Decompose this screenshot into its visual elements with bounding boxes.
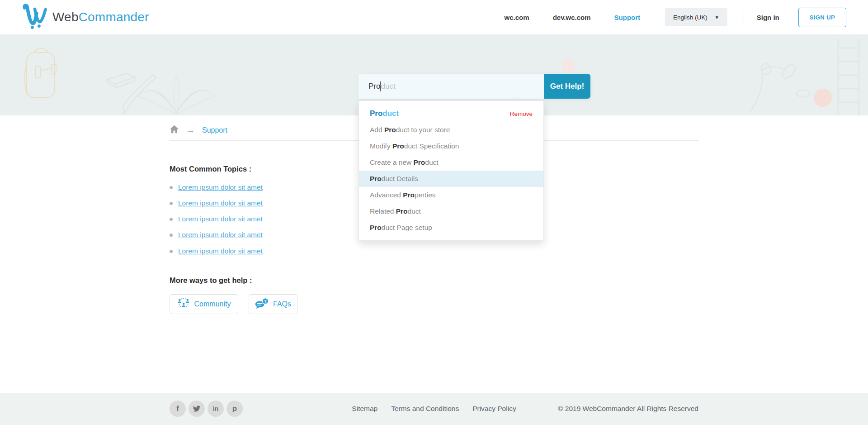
suggestion-text: Product Details: [370, 175, 418, 183]
suggestion-item-product-page-setup[interactable]: Product Page setup: [359, 220, 543, 236]
suggestion-text: duct: [382, 109, 399, 118]
suggestion-item-add-product[interactable]: Add Product to your store: [359, 122, 543, 138]
search-input-value: Pro: [368, 82, 380, 91]
footer-links: Sitemap Terms and Conditions Privacy Pol…: [352, 405, 516, 413]
backpack-doodle: [20, 44, 63, 105]
linkedin-icon[interactable]: in: [208, 401, 224, 417]
home-icon[interactable]: [170, 125, 179, 135]
suggestion-item-create-product[interactable]: Create a new Product: [359, 154, 543, 171]
suggestion-text: Product Page setup: [370, 224, 432, 232]
topic-link[interactable]: Lorem ipsum dolor sit amet: [178, 215, 263, 223]
community-button[interactable]: Community: [170, 294, 238, 314]
bullet-icon: [170, 186, 173, 189]
logo-text: WebCommander: [52, 10, 149, 24]
list-item: Lorem ipsum dolor sit amet: [170, 215, 263, 223]
sign-in-link[interactable]: Sign in: [757, 14, 779, 21]
topic-link[interactable]: Lorem ipsum dolor sit amet: [178, 199, 263, 207]
community-button-label: Community: [194, 300, 231, 308]
arrow-right-icon: →: [186, 125, 195, 135]
logo-text-secondary: Commander: [79, 10, 149, 24]
footer-link-sitemap[interactable]: Sitemap: [352, 405, 377, 413]
language-selected-value: English (UK): [673, 14, 708, 21]
topic-link[interactable]: Lorem ipsum dolor sit amet: [178, 183, 263, 191]
remove-suggestion-link[interactable]: Remove: [510, 110, 533, 117]
footer: f in p Sitemap Terms and Conditions Priv…: [0, 393, 868, 425]
faqs-button-label: FAQs: [273, 300, 291, 308]
breadcrumb: → Support: [170, 125, 227, 135]
nav-link-support[interactable]: Support: [614, 14, 641, 21]
chevron-down-icon: ▼: [715, 15, 719, 20]
pink-dot-doodle: [562, 59, 576, 73]
copyright-text: © 2019 WebCommander All Rights Reserved: [558, 405, 698, 413]
search-suggestions-dropdown: Product Remove Add Product to your store…: [359, 100, 544, 241]
red-flower-doodle: [814, 89, 832, 107]
pinterest-icon[interactable]: p: [226, 401, 243, 417]
suggestion-item-product[interactable]: Product Remove: [359, 105, 543, 122]
nav-link-dev-wc[interactable]: dev.wc.com: [553, 14, 591, 21]
suggestion-item-modify-product[interactable]: Modify Product Specification: [359, 138, 543, 154]
logo-text-primary: Web: [52, 10, 79, 24]
list-item: Lorem ipsum dolor sit amet: [170, 231, 263, 239]
header-divider: [742, 11, 742, 24]
header-nav: wc.com dev.wc.com Support English (UK) ▼…: [481, 8, 846, 27]
suggestion-text: Modify Product Specification: [370, 142, 459, 150]
pinterest-glyph: p: [232, 404, 237, 413]
facebook-glyph: f: [176, 404, 179, 413]
suggestion-text: Advanced Properties: [370, 191, 436, 199]
community-icon: [177, 298, 190, 310]
svg-text:?: ?: [264, 299, 267, 304]
logo-icon: [22, 4, 49, 31]
facebook-icon[interactable]: f: [170, 401, 186, 417]
suggestion-item-product-details[interactable]: Product Details: [359, 171, 543, 187]
faqs-button[interactable]: ? FAQs: [249, 294, 297, 314]
footer-link-terms[interactable]: Terms and Conditions: [391, 405, 459, 413]
bullet-icon: [170, 234, 173, 237]
suggestion-text: Related Product: [370, 207, 421, 215]
sign-up-button[interactable]: SIGN UP: [798, 8, 846, 27]
swirl-plant-doodle: [741, 43, 814, 115]
suggestion-item-advanced-properties[interactable]: Advanced Properties: [359, 187, 543, 203]
search-row: Pro duct Get Help!: [359, 74, 590, 99]
breadcrumb-current-support[interactable]: Support: [202, 126, 227, 134]
pen-eraser-doodle: [103, 70, 162, 115]
topic-link[interactable]: Lorem ipsum dolor sit amet: [178, 231, 263, 239]
social-links: f in p: [170, 401, 243, 417]
bullet-icon: [170, 218, 173, 221]
logo[interactable]: WebCommander: [22, 4, 149, 31]
bullet-icon: [170, 250, 173, 253]
list-item: Lorem ipsum dolor sit amet: [170, 183, 263, 191]
suggestion-text: Create a new Product: [370, 158, 439, 167]
more-ways-heading: More ways to get help :: [170, 276, 252, 285]
header: WebCommander wc.com dev.wc.com Support E…: [0, 0, 868, 34]
ladder-doodle: [833, 39, 864, 115]
search-autocomplete-hint: duct: [381, 82, 395, 91]
linkedin-glyph: in: [213, 405, 218, 412]
search-input[interactable]: Pro duct: [359, 74, 544, 99]
footer-link-privacy[interactable]: Privacy Policy: [472, 405, 516, 413]
suggestion-text: Add Product to your store: [370, 126, 450, 134]
get-help-button[interactable]: Get Help!: [544, 74, 590, 99]
language-selector[interactable]: English (UK) ▼: [665, 8, 727, 26]
twitter-icon[interactable]: [189, 401, 205, 417]
list-item: Lorem ipsum dolor sit amet: [170, 199, 263, 207]
list-item: Lorem ipsum dolor sit amet: [170, 247, 263, 255]
nav-link-wc[interactable]: wc.com: [505, 14, 529, 21]
suggestion-item-related-product[interactable]: Related Product: [359, 203, 543, 220]
faq-icon: ?: [255, 298, 269, 310]
bullet-icon: [170, 202, 173, 205]
open-book-doodle: [136, 73, 217, 115]
suggestion-text: Pro: [370, 109, 382, 118]
topic-link[interactable]: Lorem ipsum dolor sit amet: [178, 247, 263, 255]
topics-heading: Most Common Topics :: [170, 165, 251, 173]
